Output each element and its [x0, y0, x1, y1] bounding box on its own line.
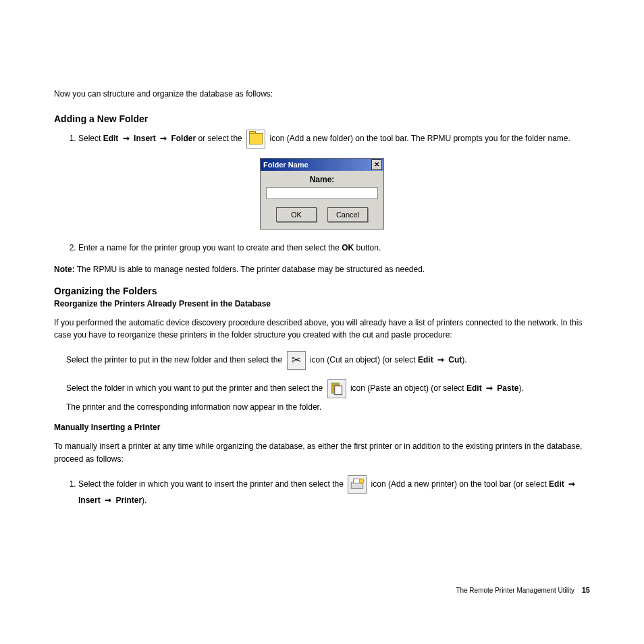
dialog-name-label: Name: — [266, 175, 378, 184]
paste-icon — [327, 379, 346, 398]
note: Note: The RPMU is able to manage nested … — [54, 263, 590, 276]
folder-name-input[interactable] — [266, 187, 378, 199]
add-printer-icon — [348, 475, 367, 494]
dialog-titlebar: Folder Name ✕ — [261, 159, 383, 171]
add-folder-step-2: Enter a name for the printer group you w… — [78, 242, 590, 254]
cut-icon: ✂ — [287, 351, 306, 370]
cut-step: Select the printer to put in the new fol… — [66, 351, 590, 370]
intro-text: Now you can structure and organize the d… — [54, 88, 590, 100]
dialog-close-button[interactable]: ✕ — [371, 159, 382, 170]
dialog-title-text: Folder Name — [263, 161, 308, 169]
svg-rect-2 — [334, 385, 342, 394]
svg-point-5 — [359, 479, 364, 483]
organize-result: The printer and the corresponding inform… — [66, 401, 590, 414]
add-folder-step-1: Select Edit ➞ Insert ➞ Folder or select … — [78, 130, 590, 149]
ok-button[interactable]: OK — [276, 207, 317, 222]
page-footer: The Remote Printer Management Utility 15 — [456, 586, 590, 594]
paste-step: Select the folder in which you want to p… — [66, 379, 590, 398]
folder-name-dialog: Folder Name ✕ Name: OK Cancel — [260, 158, 384, 230]
organize-p1: If you performed the automatic device di… — [54, 317, 590, 342]
cancel-button[interactable]: Cancel — [327, 207, 368, 222]
svg-text:✂: ✂ — [292, 353, 301, 367]
subheading-reorganize: Reorganize the Printers Already Present … — [54, 299, 590, 308]
heading-organizing: Organizing the Folders — [54, 286, 590, 296]
heading-adding-folder: Adding a New Folder — [54, 113, 590, 124]
manual-step-1: Select the folder in which you want to i… — [78, 475, 590, 506]
manual-p1: To manually insert a printer at any time… — [54, 440, 590, 465]
add-folder-icon — [246, 130, 265, 149]
subheading-manual-insert: Manually Inserting a Printer — [54, 423, 590, 432]
